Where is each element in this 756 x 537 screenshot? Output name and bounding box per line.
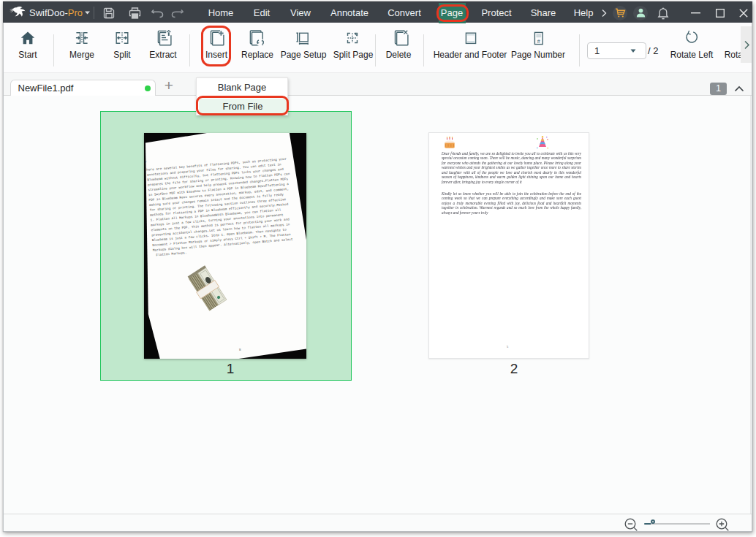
svg-text:#: #: [537, 38, 541, 45]
